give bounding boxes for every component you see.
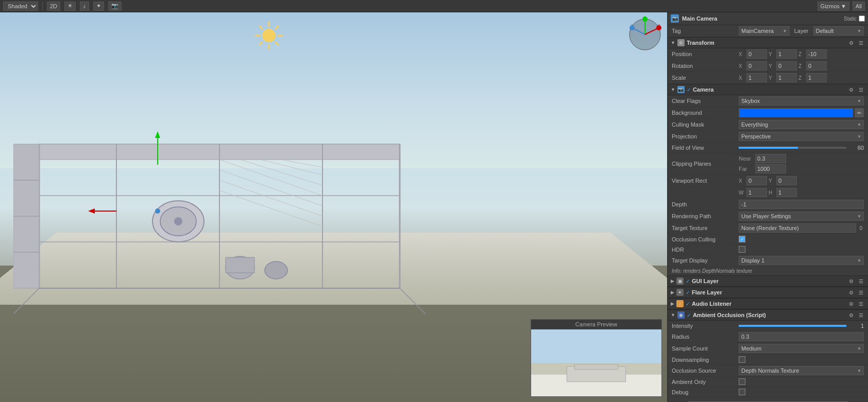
near-row: Near bbox=[739, 154, 864, 163]
camera-toggle[interactable]: 📷 bbox=[108, 2, 122, 11]
near-input[interactable] bbox=[755, 154, 786, 163]
depth-input[interactable] bbox=[739, 200, 864, 209]
layer-dropdown[interactable]: Default ▼ bbox=[813, 26, 864, 36]
audio-listener-section-header[interactable]: ▶ ♪ ✓ Audio Listener ⚙ ☰ bbox=[668, 298, 868, 309]
rot-y-input[interactable] bbox=[776, 61, 797, 71]
gui-layer-section-header[interactable]: ▶ ▣ ✓ GUI Layer ⚙ ☰ bbox=[668, 275, 868, 287]
culling-mask-row: Culling Mask Everything ▼ bbox=[668, 119, 868, 131]
vp-w-input[interactable] bbox=[746, 188, 767, 197]
far-input[interactable] bbox=[755, 164, 786, 173]
target-display-text: Display 1 bbox=[741, 257, 764, 264]
flare-layer-section-header[interactable]: ▶ ✦ ✓ Flare Layer ⚙ ☰ bbox=[668, 287, 868, 298]
occlusion-source-row: Occlusion Source Depth Normals Texture ▼ bbox=[668, 365, 868, 377]
static-checkbox[interactable] bbox=[859, 15, 865, 22]
occlusion-culling-checkbox[interactable]: ✓ bbox=[739, 236, 745, 242]
fov-slider[interactable] bbox=[739, 147, 846, 149]
audio-toggle[interactable]: ♪ bbox=[80, 2, 89, 11]
gui-section-right: ⚙ ☰ bbox=[847, 278, 865, 284]
gui-menu-icon[interactable]: ☰ bbox=[857, 278, 865, 284]
rendering-path-label: Rendering Path bbox=[672, 213, 739, 219]
ambient-occlusion-section-header[interactable]: ▼ ◉ ✓ Ambient Occlusion (Script) ⚙ ☰ bbox=[668, 309, 868, 321]
projection-dropdown[interactable]: Perspective ▼ bbox=[739, 132, 864, 141]
target-display-dropdown[interactable]: Display 1 ▼ bbox=[739, 256, 864, 265]
camera-menu-icon[interactable]: ☰ bbox=[857, 87, 865, 93]
flare-menu-icon[interactable]: ☰ bbox=[857, 290, 865, 295]
gui-collapse-icon: ▶ bbox=[671, 278, 674, 284]
effects-toggle[interactable]: ✦ bbox=[93, 2, 104, 11]
ao-settings-icon[interactable]: ⚙ bbox=[847, 312, 855, 318]
hdr-checkbox[interactable] bbox=[739, 246, 745, 253]
all-label: All bbox=[856, 3, 862, 9]
tag-dropdown[interactable]: MainCamera ▼ bbox=[739, 26, 790, 36]
scl-y-input[interactable] bbox=[776, 73, 797, 82]
gizmos-button[interactable]: Gizmos ▼ bbox=[818, 2, 849, 11]
all-button[interactable]: All bbox=[853, 2, 865, 11]
intensity-slider[interactable] bbox=[739, 325, 846, 327]
transform-section-right: ⚙ ☰ bbox=[847, 40, 865, 46]
camera-section-header[interactable]: ▼ 📷 ✓ Camera ⚙ ☰ bbox=[668, 84, 868, 95]
rot-z-input[interactable] bbox=[806, 61, 827, 71]
background-edit-button[interactable]: ✏ bbox=[855, 108, 864, 117]
ambient-only-checkbox[interactable] bbox=[739, 378, 745, 385]
rotation-row: Rotation X Y Z bbox=[668, 60, 868, 72]
scl-z-input[interactable] bbox=[806, 73, 827, 82]
rendering-path-dropdown[interactable]: Use Player Settings ▼ bbox=[739, 212, 864, 221]
culling-mask-value: Everything ▼ bbox=[739, 120, 864, 129]
radius-input[interactable] bbox=[739, 332, 864, 341]
ao-section-right: ⚙ ☰ bbox=[847, 312, 865, 318]
debug-checkbox[interactable] bbox=[739, 389, 745, 395]
pos-x-input[interactable] bbox=[746, 49, 767, 59]
target-display-row: Target Display Display 1 ▼ bbox=[668, 255, 868, 267]
gui-title: GUI Layer bbox=[692, 278, 719, 284]
camera-section-title: Camera bbox=[693, 86, 713, 93]
radius-row: Radius bbox=[668, 331, 868, 343]
sample-count-dropdown[interactable]: Medium ▼ bbox=[739, 344, 864, 353]
light-toggle[interactable]: ☀ bbox=[64, 2, 76, 11]
vp-x-input[interactable] bbox=[746, 176, 767, 185]
camera-settings-icon[interactable]: ⚙ bbox=[847, 87, 855, 93]
projection-row: Projection Perspective ▼ bbox=[668, 131, 868, 143]
2d-toggle[interactable]: 2D bbox=[47, 2, 60, 11]
svg-text:X: X bbox=[658, 24, 660, 27]
background-color-field[interactable] bbox=[739, 108, 853, 117]
fov-row: Field of View 60 bbox=[668, 143, 868, 153]
rot-x-input[interactable] bbox=[746, 61, 767, 71]
depth-label: Depth bbox=[672, 201, 739, 207]
pos-y-input[interactable] bbox=[776, 49, 797, 59]
scl-x-label: X bbox=[739, 75, 745, 81]
svg-point-29 bbox=[265, 261, 287, 279]
scale-label: Scale bbox=[672, 75, 739, 81]
clipping-row: Clipping Planes Near Far bbox=[668, 153, 868, 175]
rot-y-label: Y bbox=[769, 63, 775, 69]
ao-collapse-icon: ▼ bbox=[671, 312, 675, 318]
gui-settings-icon[interactable]: ⚙ bbox=[847, 278, 855, 284]
transform-settings-icon[interactable]: ⚙ bbox=[847, 40, 855, 46]
layer-label: Layer bbox=[791, 28, 812, 34]
flare-settings-icon[interactable]: ⚙ bbox=[847, 290, 855, 295]
audio-icon: ♪ bbox=[676, 300, 684, 307]
audio-settings-icon[interactable]: ⚙ bbox=[847, 301, 855, 307]
transform-menu-icon[interactable]: ☰ bbox=[857, 40, 865, 46]
target-texture-dropdown[interactable]: None (Render Texture) bbox=[739, 223, 856, 233]
ambient-only-value bbox=[739, 378, 864, 385]
shading-mode-select[interactable]: Shaded bbox=[3, 2, 38, 11]
ao-menu-icon[interactable]: ☰ bbox=[857, 312, 865, 318]
viewport-wh-row: W H bbox=[668, 187, 868, 199]
clear-flags-dropdown[interactable]: Skybox ▼ bbox=[739, 96, 864, 106]
occlusion-source-dropdown[interactable]: Depth Normals Texture ▼ bbox=[739, 366, 864, 375]
culling-mask-dropdown[interactable]: Everything ▼ bbox=[739, 120, 864, 129]
scl-x-input[interactable] bbox=[746, 73, 767, 82]
vp-y-input[interactable] bbox=[776, 176, 797, 185]
vp-h-input[interactable] bbox=[776, 188, 797, 197]
rendering-path-value: Use Player Settings ▼ bbox=[739, 212, 864, 221]
ao-enabled-check: ✓ bbox=[687, 312, 691, 318]
svg-line-39 bbox=[13, 288, 39, 314]
transform-section-header[interactable]: ▼ ⊕ Transform ⚙ ☰ bbox=[668, 37, 868, 48]
rot-x-label: X bbox=[739, 63, 745, 69]
downsampling-checkbox[interactable] bbox=[739, 356, 745, 363]
effects-icon: ✦ bbox=[96, 3, 101, 9]
target-display-value: Display 1 ▼ bbox=[739, 256, 864, 265]
audio-menu-icon[interactable]: ☰ bbox=[857, 301, 865, 307]
pos-z-input[interactable] bbox=[806, 49, 827, 59]
viewport[interactable]: Y X Z Camera Preview bbox=[0, 12, 667, 402]
